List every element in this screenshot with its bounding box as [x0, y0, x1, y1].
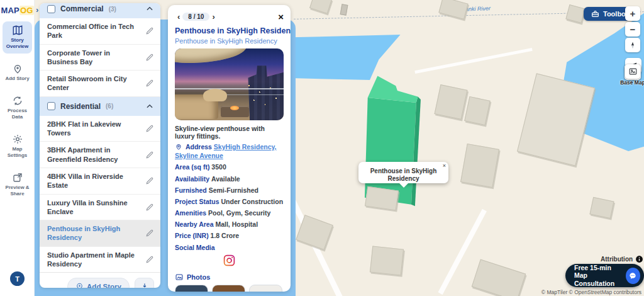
nav-item-process-data[interactable]: Process Data [3, 92, 32, 124]
photo-railing [175, 88, 284, 89]
list-item[interactable]: 3BHK Apartment in Greenfield Residency [40, 142, 160, 168]
edit-pencil-icon[interactable] [145, 176, 154, 185]
edit-pencil-icon[interactable] [145, 53, 154, 62]
edit-pencil-icon[interactable] [145, 255, 154, 264]
nav-label: Map Settings [3, 146, 31, 159]
field-label: Nearby Area [175, 220, 213, 228]
field-project-status: Project Status Under Construction [175, 197, 284, 206]
zoom-out-icon: − [630, 24, 636, 35]
edit-pencil-icon[interactable] [145, 79, 154, 88]
map-building [365, 186, 399, 211]
field-label: Price (INR) [175, 232, 209, 239]
pager-next-icon[interactable]: › [209, 13, 217, 21]
map-building [434, 84, 467, 120]
field-area: Area (sq ft) 3500 [175, 162, 284, 171]
field-label: Amenities [175, 209, 206, 217]
group-header-residential[interactable]: Residential (6) [40, 97, 160, 116]
field-nearby-area: Nearby Area Mall, Hospital [175, 220, 284, 229]
edit-pencil-icon[interactable] [145, 124, 154, 133]
cta-line2: Consultation [574, 280, 621, 288]
list-item-label: Studio Apartment in Maple Residency [47, 251, 142, 269]
base-map-button[interactable] [625, 64, 640, 79]
field-label: Social Media [175, 244, 215, 251]
zoom-in-button[interactable]: + [625, 6, 640, 21]
compass-button[interactable] [625, 38, 640, 52]
nav-item-map-settings[interactable]: Map Settings [3, 130, 32, 162]
list-item-selected[interactable]: Penthouse in SkyHigh Residency [40, 220, 160, 247]
close-icon[interactable]: × [278, 12, 284, 21]
field-label: Furnished [175, 186, 207, 194]
chevron-up-icon[interactable] [145, 102, 154, 111]
nav-item-add-story[interactable]: Add Story [3, 60, 32, 86]
detail-title: Penthouse in SkyHigh Residency [175, 26, 284, 35]
instagram-icon[interactable] [223, 254, 236, 267]
photo-city-lights [245, 77, 282, 119]
app-logo[interactable]: MAPOG [0, 0, 35, 15]
edit-pencil-icon[interactable] [145, 203, 154, 212]
field-social-media: Social Media [175, 243, 284, 252]
base-map-label: Base Map [618, 79, 644, 86]
download-icon [140, 282, 149, 288]
map-building [472, 259, 526, 296]
photos-label: Photos [187, 273, 210, 281]
photo-thumbnail-living-room[interactable] [249, 285, 282, 292]
field-value: Mall, Hospital [215, 220, 258, 228]
zoom-in-icon: + [630, 8, 636, 19]
detail-subtitle-link[interactable]: Penthouse in SkyHigh Residency [175, 37, 284, 45]
list-item[interactable]: 4BHK Villa in Riverside Estate [40, 168, 160, 195]
list-item-label: Retail Showroom in City Center [47, 74, 142, 93]
pager-prev-icon[interactable]: ‹ [175, 13, 182, 21]
attribution-label: Attribution [601, 256, 633, 263]
checkbox[interactable] [47, 5, 55, 13]
download-button[interactable] [135, 278, 154, 288]
list-item[interactable]: Commercial Office in Tech Park [40, 18, 160, 45]
photos-section-header: Photos [175, 273, 284, 282]
map-building [517, 73, 595, 166]
list-item[interactable]: Corporate Tower in Business Bay [40, 45, 160, 71]
list-item[interactable]: Luxury Villa in Sunshine Enclave [40, 195, 160, 221]
edit-pencil-icon[interactable] [145, 151, 154, 159]
field-label: Address [186, 143, 212, 151]
pager-row: ‹ 8 / 10 › × [175, 11, 284, 22]
story-list-panel: Homes Commercial (3) Commercial Office i… [40, 3, 160, 288]
field-address: Address SkyHigh Residency, Skyline Avenu… [175, 142, 284, 160]
nav-label: Story Overview [3, 37, 31, 50]
info-icon [635, 255, 643, 263]
popup-close-icon[interactable]: × [443, 162, 446, 169]
photo-thumbnail-lounge[interactable] [212, 285, 245, 292]
map-building [370, 246, 404, 276]
edit-pencil-icon[interactable] [145, 229, 154, 237]
panel-expand-arrow-icon[interactable]: › [36, 5, 38, 14]
map-popup[interactable]: × Penthouse in SkyHigh Residency [358, 162, 448, 183]
zoom-out-button[interactable]: − [625, 22, 640, 37]
map-copyright: © MapTiler © OpenStreetMap contributors [541, 289, 641, 295]
list-item-label: Corporate Tower in Business Bay [47, 48, 142, 67]
property-photo[interactable] [175, 48, 284, 120]
photo-thumbnail-bedroom[interactable] [175, 285, 208, 292]
add-story-label: Add Story [87, 283, 121, 288]
group-count: (3) [109, 6, 116, 13]
chevron-up-icon[interactable] [145, 4, 154, 13]
list-item[interactable]: 2BHK Flat in Lakeview Towers [40, 116, 160, 142]
list-item-label: 3BHK Apartment in Greenfield Residency [47, 145, 142, 164]
nav-item-preview-share[interactable]: Preview & Share [3, 169, 32, 201]
list-item[interactable]: Studio Apartment in Maple Residency [40, 247, 160, 273]
photo-thumbnails [175, 285, 284, 292]
story-detail-panel: ‹ 8 / 10 › × Penthouse in SkyHigh Reside… [168, 5, 291, 292]
list-item-label: Luxury Villa in Sunshine Enclave [47, 198, 142, 217]
user-avatar[interactable]: T [10, 271, 25, 286]
attribution-control[interactable]: Attribution [601, 255, 643, 263]
edit-pencil-icon[interactable] [145, 26, 154, 35]
group-header-commercial[interactable]: Commercial (3) [40, 3, 160, 18]
add-story-button[interactable]: Add Story [67, 278, 130, 288]
list-item[interactable]: Retail Showroom in City Center [40, 71, 160, 97]
consultation-cta-button[interactable]: Free 15-min Map Consultation [565, 264, 644, 287]
group-name: Residential [60, 102, 101, 111]
map-canvas[interactable]: Panki River × Penthouse in SkyHigh Resid… [291, 0, 644, 296]
field-amenities: Amenities Pool, Gym, Security [175, 208, 284, 217]
map-building [438, 0, 468, 20]
nav-item-story-overview[interactable]: Story Overview [3, 21, 32, 54]
map-building [565, 4, 585, 23]
checkbox[interactable] [47, 102, 55, 110]
list-item-label: 2BHK Flat in Lakeview Towers [47, 120, 142, 138]
